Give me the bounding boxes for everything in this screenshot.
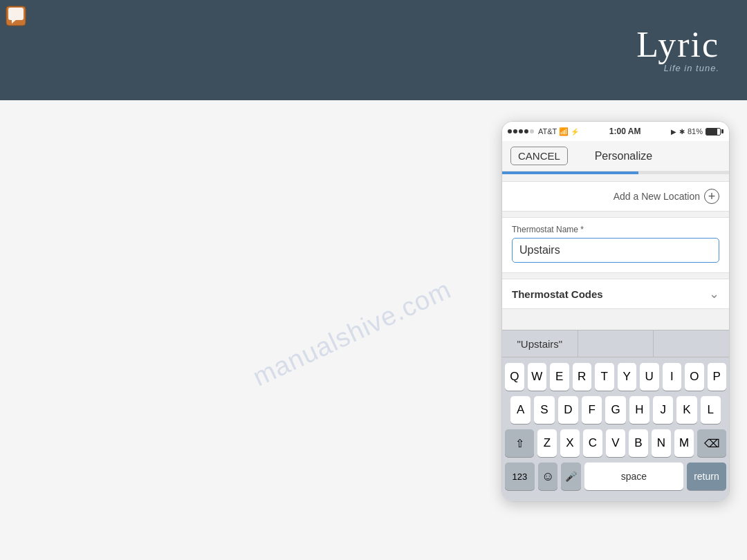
wifi-icon: 📶 [559, 127, 569, 136]
keyboard-row-3: ⇧ Z X C V B N M ⌫ [505, 429, 726, 457]
keyboard: Q W E R T Y U I O P A S D F G H J K [502, 357, 729, 501]
key-l[interactable]: L [701, 396, 721, 424]
key-n[interactable]: N [652, 429, 671, 457]
key-r[interactable]: R [573, 363, 592, 391]
key-v[interactable]: V [606, 429, 625, 457]
suggestion-upstairs[interactable]: "Upstairs" [502, 330, 578, 357]
key-x[interactable]: X [560, 429, 580, 457]
header: Lyric Life in tune. [0, 0, 747, 100]
key-t[interactable]: T [595, 363, 614, 391]
add-location-row[interactable]: Add a New Location + [502, 181, 729, 212]
key-p[interactable]: P [708, 363, 727, 391]
phone-mockup: AT&T 📶 ⚡ 1:00 AM ▶ ✱ 81% CANCEL Personal [501, 121, 730, 502]
brand-tagline: Life in tune. [636, 63, 719, 73]
add-location-button[interactable]: + [704, 189, 719, 204]
chat-icon[interactable] [6, 6, 26, 29]
key-123[interactable]: 123 [505, 463, 535, 490]
brand-logo: Lyric Life in tune. [636, 27, 719, 73]
nav-bar: CANCEL Personalize [502, 141, 729, 171]
keyboard-row-2: A S D F G H J K L [505, 396, 726, 424]
key-k[interactable]: K [676, 396, 697, 424]
keyboard-row-1: Q W E R T Y U I O P [505, 363, 726, 391]
suggestion-2[interactable] [578, 330, 654, 357]
key-q[interactable]: Q [505, 363, 524, 391]
key-mic[interactable]: 🎤 [561, 463, 581, 490]
status-left: AT&T 📶 ⚡ [508, 127, 579, 136]
key-a[interactable]: A [510, 396, 531, 424]
battery-icon [706, 128, 723, 136]
key-m[interactable]: M [674, 429, 694, 457]
battery-percent: 81% [688, 127, 703, 136]
key-return[interactable]: return [687, 463, 726, 490]
signal-dot-5 [530, 129, 534, 133]
signal-dot-4 [524, 129, 528, 133]
brand-name: Lyric [636, 27, 719, 63]
key-u[interactable]: U [640, 363, 659, 391]
cancel-button[interactable]: CANCEL [510, 147, 568, 165]
key-b[interactable]: B [629, 429, 648, 457]
chevron-down-icon: ⌄ [709, 286, 719, 301]
key-c[interactable]: C [583, 429, 602, 457]
thermostat-codes-label: Thermostat Codes [512, 288, 603, 300]
suggestion-3[interactable] [654, 330, 729, 357]
signal-dots [508, 129, 534, 133]
key-s[interactable]: S [534, 396, 554, 424]
form-section: Thermostat Name * [502, 217, 729, 273]
thermostat-name-input[interactable] [512, 238, 719, 263]
status-bar: AT&T 📶 ⚡ 1:00 AM ▶ ✱ 81% [502, 122, 729, 141]
location-icon: ▶ [671, 128, 676, 136]
app-content: Add a New Location + Thermostat Name * T… [502, 174, 729, 330]
status-right: ▶ ✱ 81% [671, 127, 723, 136]
key-emoji[interactable]: ☺ [538, 463, 558, 490]
carrier-name: AT&T [538, 127, 557, 136]
battery-status-extra: ⚡ [571, 128, 579, 136]
watermark: manualshive.com [248, 274, 456, 392]
spacer [502, 309, 729, 330]
key-f[interactable]: F [582, 396, 602, 424]
keyboard-suggestions: "Upstairs" [502, 330, 729, 357]
key-j[interactable]: J [653, 396, 673, 424]
main-content: manualshive.com AT&T 📶 ⚡ 1:00 AM ▶ ✱ [0, 100, 747, 560]
signal-dot-1 [508, 129, 512, 133]
signal-dot-3 [519, 129, 523, 133]
key-o[interactable]: O [685, 363, 704, 391]
nav-title: Personalize [595, 150, 653, 162]
status-time: 1:00 AM [609, 127, 641, 136]
keyboard-bottom-row: 123 ☺ 🎤 space return [505, 463, 726, 493]
key-w[interactable]: W [528, 363, 547, 391]
key-shift[interactable]: ⇧ [505, 429, 534, 457]
key-z[interactable]: Z [537, 429, 557, 457]
thermostat-name-label: Thermostat Name * [512, 225, 719, 234]
key-i[interactable]: I [663, 363, 682, 391]
bluetooth-icon: ✱ [679, 128, 685, 136]
key-h[interactable]: H [629, 396, 649, 424]
key-y[interactable]: Y [618, 363, 637, 391]
signal-dot-2 [513, 129, 517, 133]
key-d[interactable]: D [558, 396, 578, 424]
key-space[interactable]: space [584, 463, 683, 490]
key-g[interactable]: G [605, 396, 625, 424]
thermostat-codes-row[interactable]: Thermostat Codes ⌄ [502, 279, 729, 309]
key-e[interactable]: E [550, 363, 569, 391]
key-backspace[interactable]: ⌫ [697, 429, 726, 457]
add-location-label: Add a New Location [614, 191, 700, 202]
